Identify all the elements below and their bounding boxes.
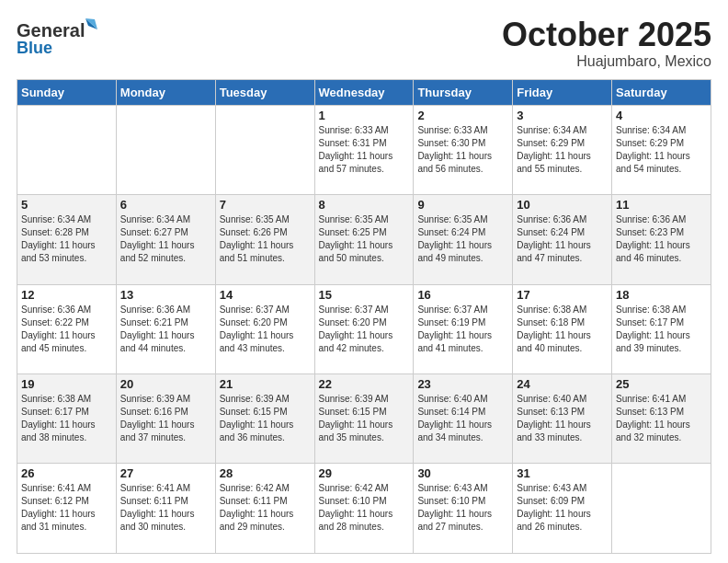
calendar: SundayMondayTuesdayWednesdayThursdayFrid… bbox=[17, 79, 711, 554]
day-number: 17 bbox=[517, 288, 608, 302]
day-cell: 26Sunrise: 6:41 AMSunset: 6:12 PMDayligh… bbox=[17, 464, 117, 554]
day-number: 13 bbox=[120, 288, 211, 302]
day-info: Sunrise: 6:41 AMSunset: 6:12 PMDaylight:… bbox=[21, 482, 112, 534]
weekday-header-saturday: Saturday bbox=[612, 79, 711, 105]
day-cell: 13Sunrise: 6:36 AMSunset: 6:21 PMDayligh… bbox=[116, 284, 215, 373]
day-number: 26 bbox=[21, 466, 112, 480]
logo-svg: General Blue bbox=[17, 17, 99, 58]
week-row-3: 12Sunrise: 6:36 AMSunset: 6:22 PMDayligh… bbox=[17, 284, 711, 373]
day-info: Sunrise: 6:33 AMSunset: 6:31 PMDaylight:… bbox=[319, 124, 410, 176]
day-info: Sunrise: 6:35 AMSunset: 6:26 PMDaylight:… bbox=[220, 213, 311, 265]
title-block: October 2025 Huajumbaro, Mexico bbox=[502, 17, 711, 70]
day-info: Sunrise: 6:38 AMSunset: 6:17 PMDaylight:… bbox=[616, 304, 707, 355]
day-number: 1 bbox=[319, 109, 410, 122]
day-info: Sunrise: 6:35 AMSunset: 6:24 PMDaylight:… bbox=[417, 213, 508, 265]
day-info: Sunrise: 6:42 AMSunset: 6:10 PMDaylight:… bbox=[319, 482, 410, 534]
day-cell bbox=[612, 464, 711, 554]
day-cell: 15Sunrise: 6:37 AMSunset: 6:20 PMDayligh… bbox=[314, 284, 414, 373]
day-number: 30 bbox=[417, 466, 508, 480]
day-info: Sunrise: 6:40 AMSunset: 6:13 PMDaylight:… bbox=[517, 393, 608, 444]
day-cell bbox=[17, 105, 117, 194]
day-cell: 28Sunrise: 6:42 AMSunset: 6:11 PMDayligh… bbox=[215, 464, 314, 554]
day-info: Sunrise: 6:34 AMSunset: 6:29 PMDaylight:… bbox=[517, 124, 608, 176]
day-number: 10 bbox=[517, 198, 608, 212]
day-cell: 16Sunrise: 6:37 AMSunset: 6:19 PMDayligh… bbox=[414, 284, 513, 373]
day-info: Sunrise: 6:36 AMSunset: 6:22 PMDaylight:… bbox=[21, 304, 112, 355]
weekday-header-row: SundayMondayTuesdayWednesdayThursdayFrid… bbox=[17, 79, 711, 105]
day-info: Sunrise: 6:41 AMSunset: 6:13 PMDaylight:… bbox=[616, 393, 707, 444]
day-cell: 7Sunrise: 6:35 AMSunset: 6:26 PMDaylight… bbox=[215, 195, 314, 284]
day-cell: 8Sunrise: 6:35 AMSunset: 6:25 PMDaylight… bbox=[314, 195, 414, 284]
day-number: 18 bbox=[616, 288, 707, 302]
location-title: Huajumbaro, Mexico bbox=[502, 53, 711, 70]
day-number: 4 bbox=[616, 109, 707, 122]
day-number: 9 bbox=[417, 198, 508, 212]
day-cell: 18Sunrise: 6:38 AMSunset: 6:17 PMDayligh… bbox=[612, 284, 711, 373]
day-number: 8 bbox=[319, 198, 410, 212]
day-info: Sunrise: 6:43 AMSunset: 6:10 PMDaylight:… bbox=[417, 482, 508, 534]
day-info: Sunrise: 6:34 AMSunset: 6:29 PMDaylight:… bbox=[616, 124, 707, 176]
day-info: Sunrise: 6:39 AMSunset: 6:15 PMDaylight:… bbox=[220, 393, 311, 444]
day-info: Sunrise: 6:36 AMSunset: 6:24 PMDaylight:… bbox=[517, 213, 608, 265]
day-number: 19 bbox=[21, 377, 112, 391]
day-number: 20 bbox=[120, 377, 211, 391]
day-cell: 12Sunrise: 6:36 AMSunset: 6:22 PMDayligh… bbox=[17, 284, 117, 373]
day-cell: 27Sunrise: 6:41 AMSunset: 6:11 PMDayligh… bbox=[116, 464, 215, 554]
weekday-header-friday: Friday bbox=[513, 79, 612, 105]
day-info: Sunrise: 6:34 AMSunset: 6:28 PMDaylight:… bbox=[21, 213, 112, 265]
day-number: 14 bbox=[220, 288, 311, 302]
day-cell: 30Sunrise: 6:43 AMSunset: 6:10 PMDayligh… bbox=[414, 464, 513, 554]
day-info: Sunrise: 6:39 AMSunset: 6:16 PMDaylight:… bbox=[120, 393, 211, 444]
day-number: 27 bbox=[120, 466, 211, 480]
day-cell: 25Sunrise: 6:41 AMSunset: 6:13 PMDayligh… bbox=[612, 374, 711, 464]
day-cell: 23Sunrise: 6:40 AMSunset: 6:14 PMDayligh… bbox=[414, 374, 513, 464]
day-number: 23 bbox=[417, 377, 508, 391]
day-cell: 14Sunrise: 6:37 AMSunset: 6:20 PMDayligh… bbox=[215, 284, 314, 373]
day-info: Sunrise: 6:34 AMSunset: 6:27 PMDaylight:… bbox=[120, 213, 211, 265]
day-cell bbox=[116, 105, 215, 194]
day-info: Sunrise: 6:38 AMSunset: 6:18 PMDaylight:… bbox=[517, 304, 608, 355]
day-cell: 1Sunrise: 6:33 AMSunset: 6:31 PMDaylight… bbox=[314, 105, 414, 194]
day-number: 3 bbox=[517, 109, 608, 122]
day-info: Sunrise: 6:39 AMSunset: 6:15 PMDaylight:… bbox=[319, 393, 410, 444]
header: General Blue October 2025 Huajumbaro, Me… bbox=[17, 17, 711, 70]
day-number: 25 bbox=[616, 377, 707, 391]
day-cell bbox=[215, 105, 314, 194]
day-cell: 2Sunrise: 6:33 AMSunset: 6:30 PMDaylight… bbox=[414, 105, 513, 194]
day-info: Sunrise: 6:37 AMSunset: 6:20 PMDaylight:… bbox=[220, 304, 311, 355]
week-row-4: 19Sunrise: 6:38 AMSunset: 6:17 PMDayligh… bbox=[17, 374, 711, 464]
day-cell: 31Sunrise: 6:43 AMSunset: 6:09 PMDayligh… bbox=[513, 464, 612, 554]
day-cell: 21Sunrise: 6:39 AMSunset: 6:15 PMDayligh… bbox=[215, 374, 314, 464]
weekday-header-wednesday: Wednesday bbox=[314, 79, 414, 105]
weekday-header-monday: Monday bbox=[116, 79, 215, 105]
day-number: 15 bbox=[319, 288, 410, 302]
day-info: Sunrise: 6:35 AMSunset: 6:25 PMDaylight:… bbox=[319, 213, 410, 265]
weekday-header-sunday: Sunday bbox=[17, 79, 117, 105]
week-row-5: 26Sunrise: 6:41 AMSunset: 6:12 PMDayligh… bbox=[17, 464, 711, 554]
day-info: Sunrise: 6:36 AMSunset: 6:23 PMDaylight:… bbox=[616, 213, 707, 265]
day-number: 11 bbox=[616, 198, 707, 212]
day-cell: 4Sunrise: 6:34 AMSunset: 6:29 PMDaylight… bbox=[612, 105, 711, 194]
day-info: Sunrise: 6:43 AMSunset: 6:09 PMDaylight:… bbox=[517, 482, 608, 534]
day-info: Sunrise: 6:38 AMSunset: 6:17 PMDaylight:… bbox=[21, 393, 112, 444]
week-row-1: 1Sunrise: 6:33 AMSunset: 6:31 PMDaylight… bbox=[17, 105, 711, 194]
svg-text:Blue: Blue bbox=[17, 39, 52, 57]
day-cell: 6Sunrise: 6:34 AMSunset: 6:27 PMDaylight… bbox=[116, 195, 215, 284]
logo: General Blue bbox=[17, 17, 99, 58]
day-info: Sunrise: 6:37 AMSunset: 6:19 PMDaylight:… bbox=[417, 304, 508, 355]
day-number: 31 bbox=[517, 466, 608, 480]
day-number: 7 bbox=[220, 198, 311, 212]
day-number: 22 bbox=[319, 377, 410, 391]
day-info: Sunrise: 6:36 AMSunset: 6:21 PMDaylight:… bbox=[120, 304, 211, 355]
weekday-header-tuesday: Tuesday bbox=[215, 79, 314, 105]
day-number: 24 bbox=[517, 377, 608, 391]
day-info: Sunrise: 6:40 AMSunset: 6:14 PMDaylight:… bbox=[417, 393, 508, 444]
weekday-header-thursday: Thursday bbox=[414, 79, 513, 105]
svg-text:General: General bbox=[17, 20, 85, 40]
week-row-2: 5Sunrise: 6:34 AMSunset: 6:28 PMDaylight… bbox=[17, 195, 711, 284]
day-info: Sunrise: 6:33 AMSunset: 6:30 PMDaylight:… bbox=[417, 124, 508, 176]
day-number: 29 bbox=[319, 466, 410, 480]
day-cell: 3Sunrise: 6:34 AMSunset: 6:29 PMDaylight… bbox=[513, 105, 612, 194]
day-number: 6 bbox=[120, 198, 211, 212]
day-cell: 5Sunrise: 6:34 AMSunset: 6:28 PMDaylight… bbox=[17, 195, 117, 284]
